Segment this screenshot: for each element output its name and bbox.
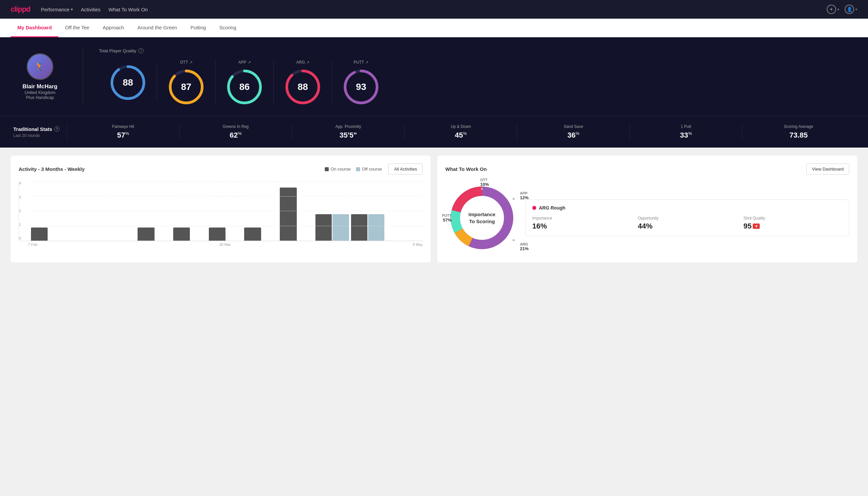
stat-label: Greens In Reg [185, 124, 286, 129]
nav-activities[interactable]: Activities [81, 7, 100, 12]
score-putt: PUTT ↗ 93 [332, 60, 390, 105]
tab-putting[interactable]: Putting [184, 19, 213, 37]
stat-value: 45% [410, 131, 511, 140]
donut-section: Importance To Scoring PUTT 57% OTT 10% [445, 181, 849, 254]
stat-sand-save: Sand Save 36% [517, 124, 630, 140]
putt-dot [450, 217, 452, 219]
trad-label-section: Traditional Stats ? Last 20 rounds [13, 126, 67, 138]
view-dashboard-button[interactable]: View Dashboard [806, 164, 849, 174]
bar-chart-area: 0 1 2 3 4 [19, 181, 423, 241]
scores-section: Total Player Quality ? 88 [99, 48, 855, 105]
trad-sublabel: Last 20 rounds [13, 133, 67, 138]
score-ott: OTT ↗ 87 [157, 60, 216, 105]
bar-group [386, 241, 420, 241]
chevron-down-icon: ▾ [71, 7, 73, 12]
tab-approach[interactable]: Approach [96, 19, 130, 37]
bar-group [173, 228, 207, 241]
on-course-bar [31, 228, 48, 241]
stat-label: Fairways Hit [72, 124, 174, 129]
chart-legend: On course Off course [325, 167, 382, 172]
bar-group [315, 214, 349, 241]
activity-panel-header: Activity - 3 Months - Weekly On course O… [19, 164, 423, 174]
brand-logo[interactable]: clippd [11, 5, 30, 14]
traditional-stats: Traditional Stats ? Last 20 rounds Fairw… [0, 116, 868, 148]
all-activities-button[interactable]: All Activities [388, 164, 423, 174]
bar-group [280, 188, 313, 241]
on-course-bar [351, 214, 367, 241]
off-course-legend-dot [356, 167, 360, 171]
info-card-stats: Importance 16% Opportunity 44% Shot Qual… [532, 216, 842, 231]
activity-panel: Activity - 3 Months - Weekly On course O… [11, 156, 431, 263]
divider [83, 48, 83, 105]
bar-chart-wrapper: 0 1 2 3 4 7 Feb 28 Mar 9 May [19, 181, 423, 254]
stat-app-proximity: App. Proximity 35'5" [292, 124, 404, 140]
shot-quality-stat: Shot Quality 95 ▼ [743, 216, 842, 231]
on-course-bar [173, 228, 190, 241]
bar-group [31, 228, 65, 241]
stat-1-putt: 1 Putt 33% [630, 124, 742, 140]
tab-off-the-tee[interactable]: Off the Tee [58, 19, 96, 37]
on-course-bar [138, 228, 154, 241]
stat-value: 35'5" [297, 131, 399, 140]
stat-fairways-hit: Fairways Hit 57% [67, 124, 179, 140]
stat-scoring-avg: Scoring Average 73.85 [742, 124, 855, 140]
nav-right: + ▾ 👤 ▾ [827, 5, 857, 14]
off-course-bar [368, 214, 384, 241]
help-icon[interactable]: ? [138, 48, 144, 53]
putt-label: PUTT ↗ [354, 60, 368, 65]
on-course-bar [244, 228, 261, 241]
trend-up-icon: ↗ [365, 60, 368, 65]
stat-up-down: Up & Down 45% [404, 124, 517, 140]
user-menu-button[interactable]: 👤 ▾ [845, 5, 857, 14]
activity-panel-title-group: Activity - 3 Months - Weekly [19, 166, 84, 172]
player-name: Blair McHarg [23, 83, 58, 90]
bottom-panels: Activity - 3 Months - Weekly On course O… [0, 148, 868, 270]
importance-label: Importance [532, 216, 631, 220]
tab-my-dashboard[interactable]: My Dashboard [11, 19, 58, 37]
nav-items: Performance ▾ Activities What To Work On [41, 7, 816, 12]
ott-dot [481, 188, 483, 190]
ott-score: 87 [181, 82, 191, 92]
on-course-legend-dot [325, 167, 329, 171]
player-info: 🏌️ Blair McHarg United Kingdom Plus Hand… [13, 53, 67, 100]
stat-items: Fairways Hit 57% Greens In Reg 62% App. … [67, 124, 855, 140]
player-handicap: Plus Handicap [26, 95, 54, 100]
ott-donut-label: OTT 10% [480, 178, 489, 187]
bar-group [102, 241, 136, 241]
info-card-dot [532, 206, 536, 210]
help-icon[interactable]: ? [54, 126, 60, 131]
nav-performance[interactable]: Performance ▾ [41, 7, 73, 12]
tab-around-the-green[interactable]: Around the Green [130, 19, 184, 37]
bar-group [209, 228, 242, 241]
stat-value: 33% [635, 131, 737, 140]
stat-value: 73.85 [748, 131, 849, 140]
score-arg: ARG ↗ 88 [274, 60, 332, 105]
nav-what-to-work-on[interactable]: What To Work On [109, 7, 148, 12]
bar-group [351, 214, 385, 241]
wtwo-panel-header: What To Work On View Dashboard [445, 164, 849, 174]
wtwo-panel-title: What To Work On [445, 166, 487, 172]
total-circle: 88 [110, 64, 146, 101]
sub-navigation: My Dashboard Off the Tee Approach Around… [0, 19, 868, 37]
donut-center: Importance To Scoring [469, 211, 495, 225]
hero-section: 🏌️ Blair McHarg United Kingdom Plus Hand… [0, 37, 868, 116]
off-course-bar [332, 214, 349, 241]
x-axis: 7 Feb 28 Mar 9 May [19, 241, 423, 247]
app-label: APP ↗ [238, 60, 251, 65]
trend-up-icon: ↗ [306, 60, 310, 65]
arg-rough-info-card: ARG Rough Importance 16% Opportunity 44% [525, 200, 849, 236]
on-course-bar [209, 228, 225, 241]
add-button[interactable]: + ▾ [827, 5, 839, 14]
stat-label: App. Proximity [297, 124, 399, 129]
score-total: 88 [99, 64, 157, 101]
stat-greens-in-reg: Greens In Reg 62% [179, 124, 292, 140]
tab-scoring[interactable]: Scoring [212, 19, 243, 37]
trend-up-icon: ↗ [248, 60, 251, 65]
bar-group [244, 228, 278, 241]
stat-value: 36% [523, 131, 624, 140]
score-app: APP ↗ 86 [216, 60, 274, 105]
total-score: 88 [123, 77, 133, 88]
score-circles: 88 OTT ↗ 87 [99, 60, 855, 105]
stat-label: Up & Down [410, 124, 511, 129]
activity-panel-title: Activity - 3 Months - Weekly [19, 166, 84, 172]
